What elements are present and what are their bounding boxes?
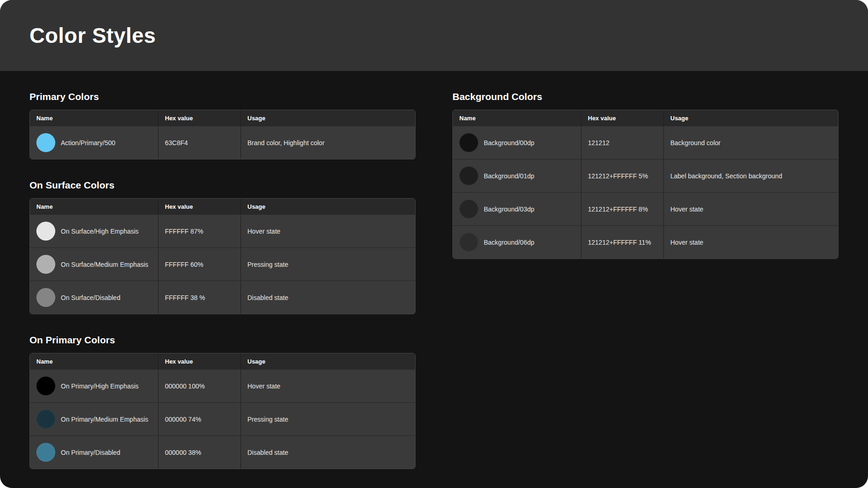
left-column: Primary Colors Name Hex value Usage Acti… [29, 91, 416, 488]
usage-cell: Background color [663, 126, 838, 159]
color-name: On Primary/Disabled [61, 449, 120, 456]
column-header-name: Name [453, 110, 581, 126]
table-row: On Primary/High Emphasis 000000 100% Hov… [30, 369, 415, 402]
usage-cell: Disabled state [240, 281, 415, 314]
name-cell: Action/Primary/500 [30, 126, 158, 159]
right-column: Background Colors Name Hex value Usage B… [452, 91, 839, 488]
section-title: Background Colors [452, 91, 839, 102]
page: Color Styles Primary Colors Name Hex val… [0, 0, 868, 488]
name-cell: Background/00dp [453, 126, 581, 159]
page-title: Color Styles [29, 23, 156, 48]
name-cell: On Surface/Disabled [30, 281, 158, 314]
color-name: Background/01dp [484, 172, 534, 180]
color-name: On Surface/Disabled [61, 294, 120, 301]
hex-cell: 000000 38% [158, 436, 240, 469]
color-swatch [36, 255, 55, 274]
column-header-hex: Hex value [158, 353, 240, 369]
table-header-row: Name Hex value Usage [30, 110, 415, 126]
hex-cell: FFFFFF 60% [158, 248, 240, 281]
color-name: Action/Primary/500 [61, 139, 115, 147]
color-name: On Primary/Medium Emphasis [61, 416, 148, 423]
table-row: Action/Primary/500 63C8F4 Brand color, H… [30, 126, 415, 159]
column-header-name: Name [30, 353, 158, 369]
hex-cell: 000000 74% [158, 403, 240, 435]
section-on-surface-colors: On Surface Colors Name Hex value Usage O… [29, 180, 416, 314]
table-row: On Surface/High Emphasis FFFFFF 87% Hove… [30, 214, 415, 247]
table-header-row: Name Hex value Usage [453, 110, 838, 126]
section-title: Primary Colors [29, 91, 416, 102]
section-on-primary-colors: On Primary Colors Name Hex value Usage O… [29, 335, 416, 469]
usage-cell: Brand color, Highlight color [240, 126, 415, 159]
hex-cell: FFFFFF 38 % [158, 281, 240, 314]
column-header-usage: Usage [240, 353, 415, 369]
name-cell: On Surface/Medium Emphasis [30, 248, 158, 281]
column-header-usage: Usage [240, 199, 415, 214]
color-swatch [36, 410, 55, 429]
name-cell: Background/06dp [453, 226, 581, 259]
usage-cell: Disabled state [240, 436, 415, 469]
section-title: On Surface Colors [29, 180, 416, 191]
color-swatch [459, 133, 478, 152]
color-swatch [36, 133, 55, 152]
name-cell: On Primary/Disabled [30, 436, 158, 469]
column-header-hex: Hex value [581, 110, 663, 126]
color-swatch [459, 166, 478, 185]
color-name: Background/06dp [484, 239, 534, 246]
color-name: On Primary/High Emphasis [61, 382, 139, 390]
usage-cell: Hover state [240, 215, 415, 247]
color-name: On Surface/High Emphasis [61, 228, 139, 235]
name-cell: Background/01dp [453, 159, 581, 192]
column-header-name: Name [30, 110, 158, 126]
name-cell: On Surface/High Emphasis [30, 215, 158, 247]
section-title: On Primary Colors [29, 335, 416, 346]
color-swatch [459, 233, 478, 252]
hex-cell: 121212 [581, 126, 663, 159]
table-row: Background/01dp 121212+FFFFFF 5% Label b… [453, 159, 838, 192]
usage-cell: Hover state [240, 370, 415, 402]
color-swatch [36, 288, 55, 307]
hex-cell: 121212+FFFFFF 5% [581, 159, 663, 192]
color-swatch [36, 443, 55, 462]
name-cell: On Primary/High Emphasis [30, 370, 158, 402]
color-table-primary: Name Hex value Usage Action/Primary/500 … [29, 110, 416, 159]
color-name: Background/03dp [484, 206, 534, 213]
color-name: On Surface/Medium Emphasis [61, 261, 148, 268]
name-cell: Background/03dp [453, 193, 581, 225]
table-row: On Surface/Medium Emphasis FFFFFF 60% Pr… [30, 247, 415, 281]
column-header-hex: Hex value [158, 199, 240, 214]
color-swatch [36, 376, 55, 395]
hex-cell: 121212+FFFFFF 8% [581, 193, 663, 225]
name-cell: On Primary/Medium Emphasis [30, 403, 158, 435]
color-table-on-surface: Name Hex value Usage On Surface/High Emp… [29, 198, 416, 314]
table-header-row: Name Hex value Usage [30, 353, 415, 369]
column-header-usage: Usage [240, 110, 415, 126]
usage-cell: Pressing state [240, 403, 415, 435]
table-row: On Surface/Disabled FFFFFF 38 % Disabled… [30, 281, 415, 314]
table-row: Background/03dp 121212+FFFFFF 8% Hover s… [453, 192, 838, 225]
table-row: On Primary/Disabled 000000 38% Disabled … [30, 435, 415, 469]
table-row: Background/06dp 121212+FFFFFF 11% Hover … [453, 225, 838, 259]
section-primary-colors: Primary Colors Name Hex value Usage Acti… [29, 91, 416, 159]
color-swatch [459, 200, 478, 218]
color-table-on-primary: Name Hex value Usage On Primary/High Emp… [29, 353, 416, 469]
color-table-background: Name Hex value Usage Background/00dp 121… [452, 110, 839, 259]
usage-cell: Hover state [663, 193, 838, 225]
column-header-name: Name [30, 199, 158, 214]
usage-cell: Pressing state [240, 248, 415, 281]
usage-cell: Hover state [663, 226, 838, 259]
page-header: Color Styles [0, 0, 868, 71]
hex-cell: 63C8F4 [158, 126, 240, 159]
table-row: On Primary/Medium Emphasis 000000 74% Pr… [30, 402, 415, 435]
hex-cell: 121212+FFFFFF 11% [581, 226, 663, 259]
table-header-row: Name Hex value Usage [30, 199, 415, 214]
hex-cell: 000000 100% [158, 370, 240, 402]
content: Primary Colors Name Hex value Usage Acti… [0, 71, 868, 488]
table-row: Background/00dp 121212 Background color [453, 126, 838, 159]
column-header-usage: Usage [663, 110, 838, 126]
hex-cell: FFFFFF 87% [158, 215, 240, 247]
column-header-hex: Hex value [158, 110, 240, 126]
color-swatch [36, 222, 55, 241]
usage-cell: Label background, Section background [663, 159, 838, 192]
section-background-colors: Background Colors Name Hex value Usage B… [452, 91, 839, 259]
color-name: Background/00dp [484, 139, 534, 147]
